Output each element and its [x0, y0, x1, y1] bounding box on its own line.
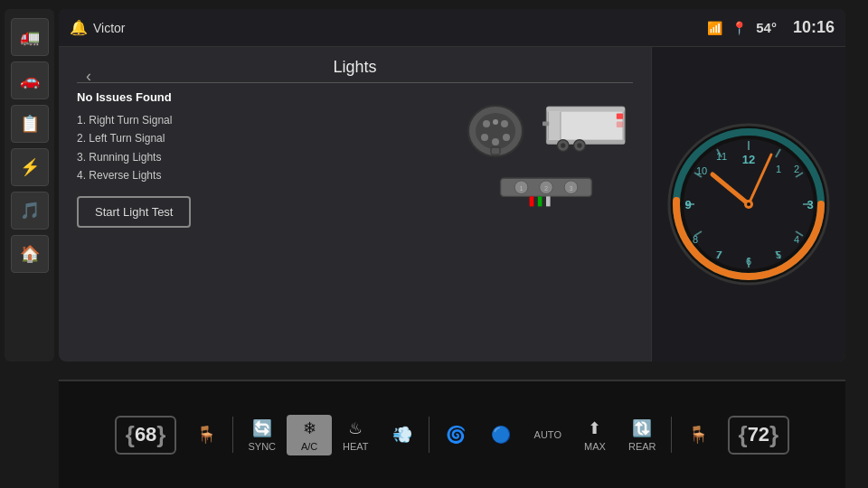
max-label: MAX — [584, 441, 606, 452]
svg-point-4 — [481, 134, 488, 141]
no-issues-label: No Issues Found — [77, 90, 441, 104]
svg-point-7 — [493, 119, 498, 125]
main-screen: 🔔 Victor 📶 📍 54° 10:16 ‹ Lights No Issue… — [59, 9, 845, 361]
bottom-bar: { 68 } 🪑 🔄 SYNC ❄ A/C ♨ HEAT 💨 🌀 🔵 AUTO … — [59, 380, 845, 488]
location-icon: 📍 — [731, 21, 747, 35]
nav-item-clipboard[interactable]: 📋 — [11, 105, 49, 143]
seat-icon: 🪑 — [196, 425, 216, 445]
svg-text:6: 6 — [746, 256, 751, 267]
temperature-display: 54° — [756, 20, 777, 35]
panel-title: Lights — [77, 58, 633, 83]
nav-item-lightning[interactable]: ⚡ — [11, 148, 49, 186]
svg-text:4: 4 — [794, 234, 799, 245]
back-button[interactable]: ‹ — [86, 67, 91, 86]
svg-text:9: 9 — [684, 198, 691, 211]
rear-control[interactable]: 🔃 REAR — [618, 418, 667, 452]
right-brace: } — [156, 421, 165, 449]
divider2 — [429, 417, 429, 453]
svg-text:10: 10 — [696, 165, 707, 176]
left-temp-value: 68 — [135, 423, 156, 446]
right-seat-icon: 🪑 — [688, 425, 708, 445]
svg-text:2: 2 — [544, 184, 548, 192]
svg-point-5 — [492, 138, 499, 145]
svg-rect-8 — [491, 147, 500, 155]
ac-label: A/C — [301, 441, 317, 452]
divider1 — [232, 417, 233, 453]
top-bar: 🔔 Victor 📶 📍 54° 10:16 — [59, 9, 845, 47]
svg-rect-22 — [617, 113, 623, 118]
svg-rect-21 — [542, 121, 549, 126]
svg-text:3: 3 — [807, 198, 813, 211]
max-icon: ⬆ — [588, 418, 601, 438]
svg-rect-31 — [530, 196, 534, 206]
vent-icon: 🔵 — [491, 425, 511, 445]
nav-item-music[interactable]: 🎵 — [11, 192, 49, 230]
heat-icon: ♨ — [348, 418, 363, 438]
wifi-icon: 📶 — [707, 21, 722, 35]
svg-text:11: 11 — [716, 151, 727, 162]
svg-rect-33 — [546, 196, 551, 206]
right-seat-control[interactable]: 🪑 — [675, 425, 721, 445]
light-items-list: 1. Right Turn Signal 2. Left Turn Signal… — [77, 111, 441, 185]
analog-clock: 12 2 3 4 5 6 7 8 9 10 11 1 — [663, 118, 835, 290]
content-wrapper: ‹ Lights No Issues Found 1. Right Turn S… — [59, 47, 845, 361]
svg-text:3: 3 — [569, 184, 572, 192]
list-item: 1. Right Turn Signal — [77, 111, 441, 129]
svg-text:7: 7 — [716, 249, 722, 260]
svg-rect-10 — [547, 107, 625, 111]
lightbar-graphic: 1 2 3 — [496, 170, 596, 211]
nav-item-truck[interactable]: 🚛 — [11, 18, 49, 56]
fan-icon: 🌀 — [446, 425, 466, 445]
nav-item-car[interactable]: 🚗 — [11, 61, 49, 99]
fan-control[interactable]: 🌀 — [433, 425, 478, 445]
svg-text:5: 5 — [776, 249, 781, 260]
left-navigation: 🚛 🚗 📋 ⚡ 🎵 🏠 — [5, 9, 54, 361]
rear-label: REAR — [628, 441, 656, 452]
top-right-icons: 📶 📍 54° 10:16 — [707, 18, 835, 37]
left-brace: { — [126, 421, 135, 449]
seat-heat-control[interactable]: 🪑 — [184, 425, 229, 445]
left-temp-display: { 68 } — [115, 416, 177, 455]
start-light-test-button[interactable]: Start Light Test — [77, 196, 191, 228]
list-item: 2. Left Turn Signal — [77, 129, 441, 147]
clock-section: 12 2 3 4 5 6 7 8 9 10 11 1 — [651, 47, 845, 361]
right-brace-right: } — [769, 421, 778, 449]
ac-control[interactable]: ❄ A/C — [287, 415, 332, 455]
sync-icon: 🔄 — [252, 418, 272, 438]
nav-item-home[interactable]: 🏠 — [11, 235, 49, 273]
divider3 — [671, 417, 672, 453]
auto-label: AUTO — [534, 429, 561, 440]
svg-point-6 — [503, 134, 510, 141]
right-temp-display: { 72 } — [728, 416, 790, 455]
user-name: Victor — [93, 21, 707, 35]
heat-control[interactable]: ♨ HEAT — [332, 418, 380, 452]
trailer-graphic — [542, 98, 633, 156]
svg-point-2 — [483, 120, 490, 127]
rear-icon: 🔃 — [632, 418, 652, 438]
digital-clock: 10:16 — [793, 18, 835, 37]
bell-icon: 🔔 — [70, 19, 88, 36]
svg-text:2: 2 — [794, 164, 799, 174]
svg-rect-32 — [538, 196, 542, 206]
max-control[interactable]: ⬆ MAX — [572, 418, 618, 452]
svg-text:1: 1 — [776, 164, 781, 174]
right-temp-value: 72 — [748, 423, 769, 446]
svg-text:8: 8 — [693, 234, 698, 245]
auto-control[interactable]: AUTO — [524, 429, 572, 440]
svg-text:12: 12 — [742, 153, 755, 166]
svg-rect-13 — [548, 111, 561, 139]
vent-control[interactable]: 🔵 — [478, 425, 524, 445]
svg-point-65 — [747, 202, 750, 206]
left-brace-right: { — [739, 421, 748, 449]
sync-control[interactable]: 🔄 SYNC — [237, 418, 287, 452]
airflow-control[interactable]: 💨 — [380, 425, 425, 445]
lights-section: ‹ Lights No Issues Found 1. Right Turn S… — [59, 47, 651, 361]
ac-icon: ❄ — [303, 418, 316, 438]
svg-point-18 — [561, 143, 565, 147]
sync-label: SYNC — [248, 441, 276, 452]
svg-text:1: 1 — [519, 184, 523, 192]
svg-point-3 — [501, 120, 508, 127]
list-item: 4. Reverse Lights — [77, 166, 441, 184]
heat-label: HEAT — [343, 441, 369, 452]
svg-rect-23 — [617, 121, 623, 127]
